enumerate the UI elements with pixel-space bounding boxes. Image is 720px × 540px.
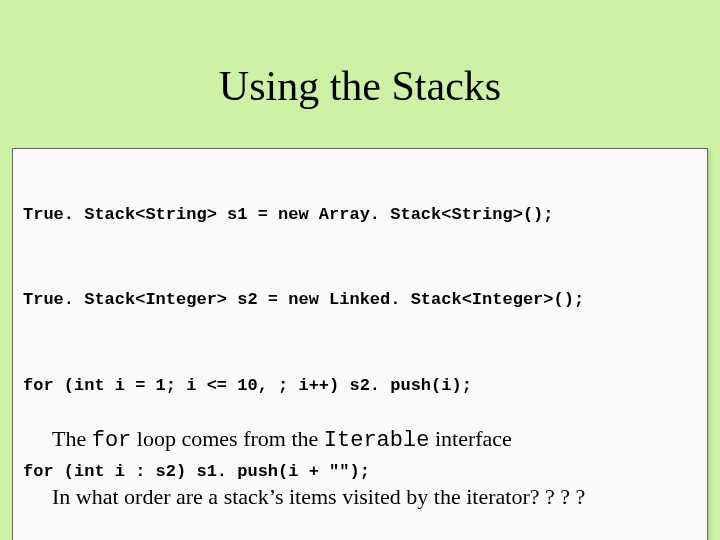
body-text-1: The for loop comes from the Iterable int… [52, 426, 512, 453]
slide-title: Using the Stacks [0, 62, 720, 110]
body1-code-iterable: Iterable [324, 428, 430, 453]
body-text-2: In what order are a stack’s items visite… [52, 484, 585, 510]
code-line-1: True. Stack<String> s1 = new Array. Stac… [23, 204, 697, 225]
code-line-3: for (int i = 1; i <= 10, ; i++) s2. push… [23, 375, 697, 396]
body1-pre: The [52, 426, 92, 451]
code-line-2: True. Stack<Integer> s2 = new Linked. St… [23, 289, 697, 310]
code-block: True. Stack<String> s1 = new Array. Stac… [12, 148, 708, 540]
body1-code-for: for [92, 428, 132, 453]
slide: Using the Stacks True. Stack<String> s1 … [0, 0, 720, 540]
body1-mid: loop comes from the [131, 426, 323, 451]
code-line-4: for (int i : s2) s1. push(i + ""); [23, 461, 697, 482]
body1-post: interface [429, 426, 511, 451]
